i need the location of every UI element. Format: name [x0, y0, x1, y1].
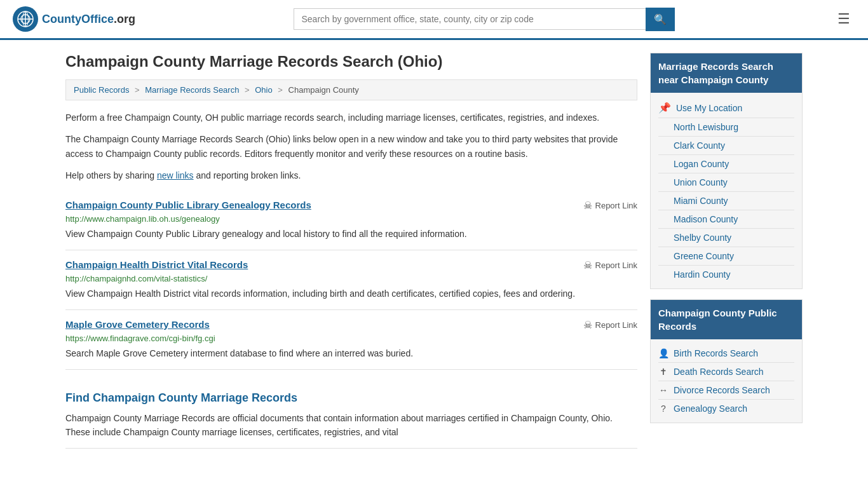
record-entry-1: Champaign Health District Vital Records …: [65, 250, 637, 310]
record-title-row: Champaign County Public Library Genealog…: [65, 200, 637, 212]
question-icon: ?: [658, 403, 668, 414]
record-entry-0: Champaign County Public Library Genealog…: [65, 191, 637, 250]
nearby-link-6[interactable]: Madison County: [674, 214, 738, 224]
location-pin-icon: 📌: [658, 102, 671, 114]
report-label: Report Link: [595, 201, 637, 210]
site-header: CountyOffice.org 🔍 ☰: [0, 0, 868, 40]
description-3: Help others by sharing new links and rep…: [65, 168, 637, 182]
breadcrumb-sep-3: >: [278, 85, 283, 95]
main-container: Champaign County Marriage Records Search…: [53, 40, 815, 461]
breadcrumb-marriage-records-search[interactable]: Marriage Records Search: [145, 85, 239, 95]
breadcrumb-public-records[interactable]: Public Records: [74, 85, 129, 95]
record-url-1[interactable]: http://champaignhd.com/vital-statistics/: [65, 274, 637, 283]
public-records-item-3[interactable]: ? Genealogy Search: [658, 400, 794, 417]
public-records-link-1[interactable]: Death Records Search: [674, 367, 764, 377]
report-link-1[interactable]: ☠ Report Link: [583, 259, 637, 271]
report-link-0[interactable]: ☠ Report Link: [583, 200, 637, 212]
public-records-item-1[interactable]: ✝ Death Records Search: [658, 363, 794, 381]
cross-icon: ✝: [658, 367, 668, 377]
description-2: The Champaign County Marriage Records Se…: [65, 132, 637, 161]
nearby-link-7[interactable]: Shelby County: [674, 233, 731, 243]
nearby-item-4[interactable]: Union County: [658, 173, 794, 192]
public-records-body: 👤 Birth Records Search ✝ Death Records S…: [651, 339, 802, 423]
public-records-link-0[interactable]: Birth Records Search: [674, 348, 758, 358]
nearby-item-2[interactable]: Clark County: [658, 137, 794, 155]
record-title-link[interactable]: Champaign Health District Vital Records: [65, 259, 248, 270]
nearby-item-7[interactable]: Shelby County: [658, 229, 794, 247]
nearby-item-5[interactable]: Miami County: [658, 192, 794, 210]
menu-button[interactable]: ☰: [832, 8, 855, 30]
nearby-item-3[interactable]: Logan County: [658, 155, 794, 173]
description-1: Perform a free Champaign County, OH publ…: [65, 111, 637, 125]
breadcrumb-sep-2: >: [245, 85, 250, 95]
nearby-item-1[interactable]: North Lewisburg: [658, 118, 794, 137]
nearby-item-6[interactable]: Madison County: [658, 210, 794, 229]
search-button[interactable]: 🔍: [646, 8, 675, 31]
content-area: Champaign County Marriage Records Search…: [65, 53, 637, 449]
public-records-item-2[interactable]: ↔ Divorce Records Search: [658, 381, 794, 400]
report-icon: ☠: [583, 319, 592, 331]
record-desc-1: View Champaign Health District vital rec…: [65, 287, 637, 301]
record-desc-0: View Champaign County Public Library gen…: [65, 227, 637, 241]
public-records-header: Champaign County Public Records: [651, 300, 802, 339]
nearby-header: Marriage Records Search near Champaign C…: [651, 53, 802, 93]
breadcrumb: Public Records > Marriage Records Search…: [65, 79, 637, 100]
search-input[interactable]: [294, 8, 646, 30]
nearby-link-5[interactable]: Miami County: [674, 196, 728, 206]
nearby-item-9[interactable]: Hardin County: [658, 266, 794, 283]
sidebar: Marriage Records Search near Champaign C…: [650, 53, 803, 449]
logo[interactable]: CountyOffice.org: [13, 6, 135, 32]
new-links-link[interactable]: new links: [157, 170, 194, 180]
report-icon: ☠: [583, 259, 592, 271]
search-icon: 🔍: [654, 14, 667, 25]
breadcrumb-champaign-county: Champaign County: [288, 85, 359, 95]
report-label: Report Link: [595, 320, 637, 330]
public-records-box: Champaign County Public Records 👤 Birth …: [650, 299, 803, 423]
nearby-link-9[interactable]: Hardin County: [674, 269, 731, 280]
nearby-link-8[interactable]: Greene County: [674, 251, 734, 261]
find-section: Find Champaign County Marriage Records C…: [65, 370, 637, 449]
report-icon: ☠: [583, 200, 592, 212]
record-desc-2: Search Maple Grove Cemetery interment da…: [65, 347, 637, 360]
breadcrumb-ohio[interactable]: Ohio: [255, 85, 272, 95]
arrows-icon: ↔: [658, 385, 668, 395]
nearby-body: 📌Use My LocationNorth LewisburgClark Cou…: [651, 93, 802, 288]
search-bar: 🔍: [294, 8, 675, 31]
public-records-item-0[interactable]: 👤 Birth Records Search: [658, 344, 794, 363]
nearby-link-3[interactable]: Logan County: [674, 159, 729, 169]
record-title-link[interactable]: Maple Grove Cemetery Records: [65, 319, 210, 330]
public-records-link-3[interactable]: Genealogy Search: [674, 403, 747, 414]
breadcrumb-sep-1: >: [135, 85, 140, 95]
record-entry-2: Maple Grove Cemetery Records ☠ Report Li…: [65, 310, 637, 370]
record-title-link[interactable]: Champaign County Public Library Genealog…: [65, 200, 311, 210]
person-icon: 👤: [658, 348, 668, 358]
find-section-title: Find Champaign County Marriage Records: [65, 391, 637, 405]
page-title: Champaign County Marriage Records Search…: [65, 53, 637, 71]
record-url-0[interactable]: http://www.champaign.lib.oh.us/genealogy: [65, 214, 637, 224]
nearby-link-2[interactable]: Clark County: [674, 140, 725, 151]
nearby-link-4[interactable]: Union County: [674, 177, 728, 187]
logo-icon: [13, 6, 38, 32]
record-title-row: Champaign Health District Vital Records …: [65, 259, 637, 271]
find-section-desc: Champaign County Marriage Records are of…: [65, 411, 637, 440]
nearby-item-0[interactable]: 📌Use My Location: [658, 98, 794, 118]
public-records-link-2[interactable]: Divorce Records Search: [674, 385, 770, 395]
nearby-box: Marriage Records Search near Champaign C…: [650, 53, 803, 289]
hamburger-icon: ☰: [837, 11, 850, 27]
nearby-link-1[interactable]: North Lewisburg: [674, 122, 738, 132]
report-label: Report Link: [595, 261, 637, 270]
report-link-2[interactable]: ☠ Report Link: [583, 319, 637, 331]
nearby-link-0[interactable]: Use My Location: [676, 103, 742, 113]
nearby-item-8[interactable]: Greene County: [658, 247, 794, 266]
records-list: Champaign County Public Library Genealog…: [65, 191, 637, 370]
record-url-2[interactable]: https://www.findagrave.com/cgi-bin/fg.cg…: [65, 334, 637, 343]
record-title-row: Maple Grove Cemetery Records ☠ Report Li…: [65, 319, 637, 331]
logo-text: CountyOffice.org: [42, 13, 135, 26]
